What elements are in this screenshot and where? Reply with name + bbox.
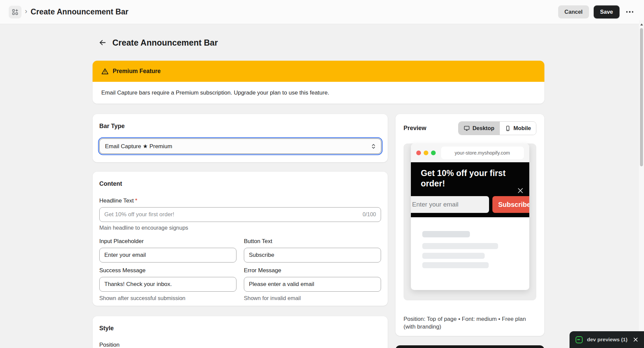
traffic-light-yellow-icon [424, 151, 428, 155]
preview-heading: Preview [404, 125, 426, 132]
bar-type-heading: Bar Type [99, 123, 380, 130]
bar-type-select[interactable]: Email Capture ★ Premium [99, 138, 381, 154]
preview-bar-headline: Get 10% off your first order! [421, 168, 509, 189]
preview-subscribe-button[interactable]: Subscribe [492, 196, 529, 213]
premium-banner: Premium Feature Email Capture bars requi… [93, 61, 544, 104]
desktop-monitor-icon [464, 125, 470, 131]
traffic-light-green-icon [431, 151, 436, 155]
required-asterisk: * [135, 197, 138, 204]
device-toggle: Desktop Mobile [458, 121, 536, 135]
browser-url-bar: your-store.myshopify.com [441, 147, 524, 159]
headline-input-wrap: 0/100 [99, 207, 381, 222]
preview-header: Preview Desktop Mobile [404, 121, 536, 135]
success-message-field[interactable] [99, 277, 236, 292]
scrollbar-thumb[interactable] [640, 28, 643, 166]
cancel-button[interactable]: Cancel [558, 5, 589, 18]
topbar-title: Create Announcement Bar [31, 7, 128, 16]
desktop-toggle-label: Desktop [473, 125, 494, 131]
scrollbar [639, 20, 644, 348]
premium-banner-body: Email Capture bars require a Premium sub… [93, 82, 544, 104]
skeleton-line [422, 262, 489, 268]
content-heading: Content [99, 180, 381, 187]
desktop-toggle-button[interactable]: Desktop [459, 122, 499, 135]
content-fields-grid: Input Placeholder Button Text Success Me… [99, 233, 381, 301]
style-heading: Style [99, 325, 381, 332]
page-title: Create Announcement Bar [112, 38, 218, 48]
dev-previews-toast: dev previews (1) [570, 331, 644, 348]
warning-triangle-icon [101, 68, 109, 75]
error-message-label: Error Message [244, 267, 381, 274]
button-text-label: Button Text [244, 238, 381, 245]
next-card-sliver [395, 345, 544, 348]
success-message-label: Success Message [99, 267, 236, 274]
traffic-light-red-icon [416, 151, 421, 155]
headline-helper-text: Main headline to encourage signups [99, 225, 381, 231]
headline-text-label: Headline Text* [99, 197, 137, 204]
save-button[interactable]: Save [594, 5, 620, 18]
premium-banner-header: Premium Feature [93, 61, 544, 82]
preview-settings-caption: Position: Top of page • Font: medium • F… [404, 315, 536, 331]
input-placeholder-field[interactable] [99, 248, 236, 263]
breadcrumb-chevron: › [25, 7, 27, 16]
browser-chrome-bar: your-store.myshopify.com [411, 143, 529, 162]
preview-email-input[interactable]: Enter your email [411, 196, 489, 213]
bar-type-selected-value: Email Capture ★ Premium [105, 143, 172, 150]
success-helper-text: Shown after successful submission [99, 295, 236, 301]
browser-mockup: your-store.myshopify.com Get 10% off you… [411, 143, 529, 290]
preview-bar-form: Enter your email Subscribe [411, 196, 529, 213]
bar-type-card: Bar Type Email Capture ★ Premium [93, 114, 388, 162]
apps-grid-icon [12, 9, 18, 15]
mobile-phone-icon [505, 125, 511, 131]
page-content-skeleton [411, 217, 529, 268]
style-position-label: Position [99, 342, 381, 348]
error-helper-text: Shown for invalid email [244, 295, 381, 301]
style-card: Style Position [93, 316, 388, 348]
preview-viewport: your-store.myshopify.com Get 10% off you… [404, 143, 536, 300]
scrollbar-up-arrow-icon[interactable] [640, 23, 643, 25]
input-placeholder-label: Input Placeholder [99, 238, 236, 245]
premium-banner-title: Premium Feature [113, 68, 161, 75]
dev-previews-window-icon [576, 336, 583, 343]
content-card: Content Headline Text* 0/100 Main headli… [93, 172, 388, 306]
mobile-toggle-label: Mobile [514, 125, 531, 131]
error-message-field[interactable] [244, 277, 381, 292]
dev-previews-label: dev previews (1) [587, 337, 628, 343]
topbar: › Create Announcement Bar Cancel Save [0, 0, 644, 24]
announcement-bar-preview: Get 10% off your first order! Enter your… [411, 162, 529, 217]
more-actions-kebab-icon[interactable] [624, 8, 636, 16]
headline-text-input[interactable] [99, 207, 381, 222]
page-heading-row: Create Announcement Bar [98, 38, 218, 48]
skeleton-line [422, 243, 498, 249]
preview-card: Preview Desktop Mobile [395, 114, 544, 336]
headline-char-counter: 0/100 [363, 212, 376, 218]
apps-grid-icon-button[interactable] [9, 6, 21, 18]
mobile-toggle-button[interactable]: Mobile [499, 122, 536, 135]
toast-close-icon[interactable] [633, 337, 639, 343]
select-updown-chevron-icon [371, 143, 376, 149]
skeleton-line [422, 231, 470, 237]
preview-bar-close-icon[interactable] [517, 187, 524, 194]
topbar-actions: Cancel Save [558, 5, 635, 18]
skeleton-line [422, 253, 485, 259]
premium-banner-message: Email Capture bars require a Premium sub… [101, 90, 329, 96]
back-arrow-icon[interactable] [98, 38, 108, 48]
button-text-field[interactable] [244, 248, 381, 263]
